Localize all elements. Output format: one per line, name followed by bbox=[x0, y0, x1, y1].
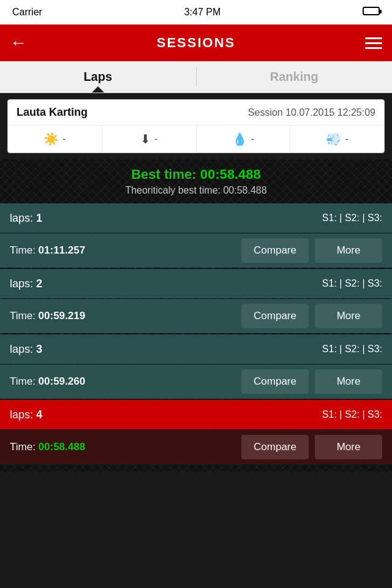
best-time-label: Best time: bbox=[131, 167, 200, 182]
lap-time-4: Time: 00:58.488 bbox=[10, 441, 235, 453]
lap-time-1: Time: 01:11.257 bbox=[10, 244, 235, 257]
more-button-4[interactable]: More bbox=[315, 435, 382, 459]
time-label: 3:47 PM bbox=[184, 7, 221, 18]
header: ← SESSIONS bbox=[0, 24, 392, 61]
lap-sectors-2: S1: | S2: | S3: bbox=[322, 278, 382, 289]
stat-wind-value: - bbox=[345, 134, 348, 145]
lap-group-4: laps: 4 S1: | S2: | S3: Time: 00:58.488 … bbox=[0, 400, 392, 464]
stat-water: 💧 - bbox=[197, 126, 291, 153]
compare-button-3[interactable]: Compare bbox=[241, 369, 309, 394]
compare-button-1[interactable]: Compare bbox=[241, 238, 309, 263]
tabs-bar: Laps Ranking bbox=[0, 61, 392, 93]
lap-sectors-4: S1: | S2: | S3: bbox=[322, 409, 382, 420]
session-stats: ☀️ - ⬇ - 💧 - 💨 - bbox=[8, 126, 384, 153]
lap-number-1: laps: 1 bbox=[10, 212, 42, 225]
lap-time-2: Time: 00:59.219 bbox=[10, 310, 235, 322]
lap-detail-3: Time: 00:59.260 Compare More bbox=[0, 364, 392, 399]
lap-number-4: laps: 4 bbox=[10, 409, 42, 421]
menu-button[interactable] bbox=[358, 37, 382, 49]
lap-group-1: laps: 1 S1: | S2: | S3: Time: 01:11.257 … bbox=[0, 203, 392, 268]
lap-time-3: Time: 00:59.260 bbox=[10, 375, 235, 388]
best-time-display: Best time: 00:58.488 bbox=[7, 167, 385, 183]
more-button-1[interactable]: More bbox=[315, 238, 382, 263]
best-time-section: Best time: 00:58.488 Theoriticaly best t… bbox=[0, 159, 392, 203]
stat-temperature: ☀️ - bbox=[8, 126, 102, 153]
stat-temp-value: - bbox=[62, 134, 66, 145]
lap-group-2: laps: 2 S1: | S2: | S3: Time: 00:59.219 … bbox=[0, 269, 392, 333]
status-bar: Carrier 3:47 PM bbox=[0, 0, 392, 24]
theoretical-time: Theoriticaly best time: 00:58.488 bbox=[7, 185, 385, 196]
tab-laps[interactable]: Laps bbox=[0, 61, 196, 92]
compare-button-2[interactable]: Compare bbox=[241, 304, 309, 328]
back-icon: ← bbox=[10, 33, 27, 53]
carrier-label: Carrier bbox=[12, 7, 42, 18]
session-box: Lauta Karting Session 10.07.2015 12:25:0… bbox=[7, 99, 385, 153]
header-title: SESSIONS bbox=[157, 35, 235, 51]
lap-sectors-1: S1: | S2: | S3: bbox=[322, 213, 382, 224]
water-icon: 💧 bbox=[232, 132, 247, 146]
more-button-3[interactable]: More bbox=[315, 369, 382, 394]
lap-header-4: laps: 4 S1: | S2: | S3: bbox=[0, 400, 392, 429]
back-button[interactable]: ← bbox=[10, 33, 34, 53]
session-name: Lauta Karting bbox=[17, 106, 88, 119]
stat-humidity-value: - bbox=[154, 134, 157, 145]
lap-header-2: laps: 2 S1: | S2: | S3: bbox=[0, 269, 392, 298]
lap-detail-1: Time: 01:11.257 Compare More bbox=[0, 233, 392, 268]
lap-number-2: laps: 2 bbox=[10, 277, 42, 290]
session-date: Session 10.07.2015 12:25:09 bbox=[248, 107, 375, 118]
stat-humidity: ⬇ - bbox=[102, 126, 197, 153]
lap-number-3: laps: 3 bbox=[10, 343, 42, 356]
tab-ranking[interactable]: Ranking bbox=[197, 61, 393, 92]
download-icon: ⬇ bbox=[140, 132, 151, 146]
battery-icon bbox=[363, 7, 380, 18]
lap-detail-2: Time: 00:59.219 Compare More bbox=[0, 299, 392, 333]
sun-icon: ☀️ bbox=[43, 132, 59, 146]
lap-detail-4: Time: 00:58.488 Compare More bbox=[0, 430, 392, 464]
lap-header-3: laps: 3 S1: | S2: | S3: bbox=[0, 334, 392, 364]
lap-header-1: laps: 1 S1: | S2: | S3: bbox=[0, 203, 392, 233]
lap-sectors-3: S1: | S2: | S3: bbox=[322, 344, 382, 355]
lap-group-3: laps: 3 S1: | S2: | S3: Time: 00:59.260 … bbox=[0, 334, 392, 399]
more-button-2[interactable]: More bbox=[315, 304, 382, 328]
stat-wind: 💨 - bbox=[290, 126, 384, 153]
session-header: Lauta Karting Session 10.07.2015 12:25:0… bbox=[8, 100, 384, 126]
wind-icon: 💨 bbox=[326, 132, 341, 146]
compare-button-4[interactable]: Compare bbox=[241, 435, 309, 459]
laps-container: laps: 1 S1: | S2: | S3: Time: 01:11.257 … bbox=[0, 203, 392, 472]
stat-water-value: - bbox=[251, 134, 254, 145]
best-time-value: 00:58.488 bbox=[200, 167, 261, 182]
